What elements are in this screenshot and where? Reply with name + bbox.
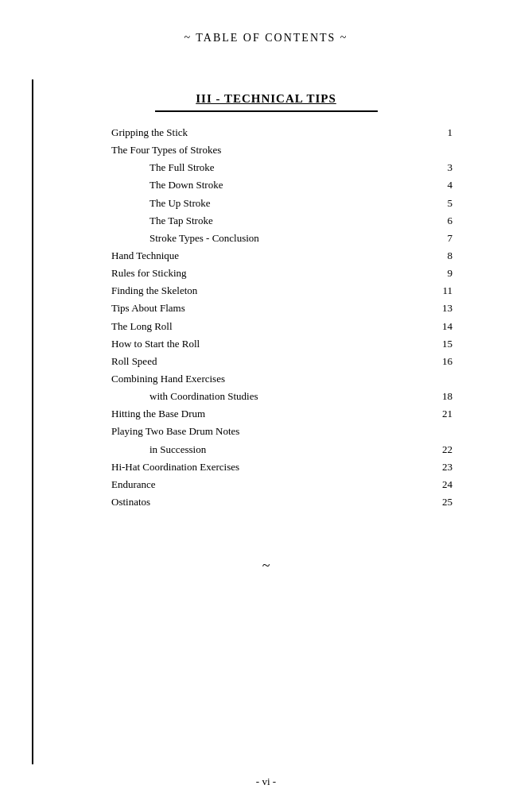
toc-entry-text: Hitting the Base Drum xyxy=(111,406,205,422)
toc-entry-page: 16 xyxy=(430,354,452,369)
toc-entry-page: 6 xyxy=(430,213,452,229)
toc-entry: Roll Speed16 xyxy=(111,354,452,369)
toc-entry-page: 8 xyxy=(430,248,452,264)
toc-entry-text: in Succession xyxy=(111,442,206,458)
toc-entry-page: 13 xyxy=(430,300,452,316)
toc-entry-page: 4 xyxy=(430,177,452,193)
page-footer: - vi - xyxy=(0,775,532,788)
toc-entry: The Down Stroke4 xyxy=(111,177,452,193)
toc-entry: The Up Stroke5 xyxy=(111,195,452,211)
toc-entry: Combining Hand Exercises xyxy=(111,371,452,387)
toc-entry-text: The Down Stroke xyxy=(111,177,223,193)
toc-entry-page: 22 xyxy=(430,442,452,458)
toc-entry-page: 14 xyxy=(430,319,452,334)
toc-entry-text: Endurance xyxy=(111,477,156,493)
toc-entry-page: 18 xyxy=(430,389,452,404)
toc-entry: The Long Roll14 xyxy=(111,319,452,334)
toc-entry-text: The Up Stroke xyxy=(111,195,211,211)
toc-entry: with Coordination Studies18 xyxy=(111,389,452,404)
toc-entry-text: Combining Hand Exercises xyxy=(111,371,225,387)
toc-entry-page: 11 xyxy=(430,283,452,299)
toc-entry: Stroke Types - Conclusion7 xyxy=(111,230,452,246)
toc-entry-text: The Four Types of Strokes xyxy=(111,142,221,158)
toc-entry: Gripping the Stick1 xyxy=(111,125,452,141)
toc-entry: Playing Two Base Drum Notes xyxy=(111,423,452,439)
toc-entry: Rules for Sticking9 xyxy=(111,265,452,281)
toc-entry-text: The Tap Stroke xyxy=(111,213,213,229)
toc-entry-text: Gripping the Stick xyxy=(111,125,188,141)
page-number: - vi - xyxy=(256,775,276,787)
toc-entry: The Full Stroke3 xyxy=(111,160,452,176)
toc-entry-text: Hand Technique xyxy=(111,248,179,264)
toc-entry-text: Hi-Hat Coordination Exercises xyxy=(111,459,239,475)
toc-entry-page: 3 xyxy=(430,160,452,176)
toc-entry-text: Tips About Flams xyxy=(111,300,185,316)
page-header: ~ TABLE OF CONTENTS ~ xyxy=(48,32,484,44)
toc-entry: Finding the Skeleton11 xyxy=(111,283,452,299)
toc-entry: How to Start the Roll15 xyxy=(111,336,452,352)
toc-entry-text: Ostinatos xyxy=(111,494,150,510)
toc-entry-text: The Full Stroke xyxy=(111,160,215,176)
toc-entry: Tips About Flams13 xyxy=(111,300,452,316)
toc-entry-text: Finding the Skeleton xyxy=(111,283,197,299)
toc-entry: Endurance24 xyxy=(111,477,452,493)
toc-entry-page: 23 xyxy=(430,459,452,475)
toc-entry: Hi-Hat Coordination Exercises23 xyxy=(111,459,452,475)
toc-entry-page: 9 xyxy=(430,265,452,281)
page: ~ TABLE OF CONTENTS ~ III - TECHNICAL TI… xyxy=(0,0,532,812)
left-rule xyxy=(32,79,33,764)
toc-entry-page: 1 xyxy=(430,125,452,141)
toc-entry: Hand Technique8 xyxy=(111,248,452,264)
section-title: III - TECHNICAL TIPS xyxy=(196,92,336,105)
toc-entry-page: 7 xyxy=(430,230,452,246)
header-title: ~ TABLE OF CONTENTS ~ xyxy=(184,32,348,44)
toc-entry: Ostinatos25 xyxy=(111,494,452,510)
toc-entry-text: Stroke Types - Conclusion xyxy=(111,230,259,246)
toc-entry-text: with Coordination Studies xyxy=(111,389,258,404)
toc-entry-text: The Long Roll xyxy=(111,319,173,334)
tilde-separator: ~ xyxy=(48,558,484,574)
toc-entry-text: How to Start the Roll xyxy=(111,336,200,352)
section-title-container: III - TECHNICAL TIPS xyxy=(155,92,378,112)
toc-entry: The Tap Stroke6 xyxy=(111,213,452,229)
toc-entry: Hitting the Base Drum21 xyxy=(111,406,452,422)
toc-entry-text: Rules for Sticking xyxy=(111,265,187,281)
toc-entry: The Four Types of Strokes xyxy=(111,142,452,158)
toc-entry-page: 5 xyxy=(430,195,452,211)
toc-content: Gripping the Stick1The Four Types of Str… xyxy=(48,125,484,510)
toc-entry-page: 21 xyxy=(430,406,452,422)
toc-entry-page: 15 xyxy=(430,336,452,352)
toc-entry-text: Roll Speed xyxy=(111,354,157,369)
toc-entry-page: 24 xyxy=(430,477,452,493)
toc-entry-page: 25 xyxy=(430,494,452,510)
toc-entry: in Succession22 xyxy=(111,442,452,458)
toc-entry-text: Playing Two Base Drum Notes xyxy=(111,423,239,439)
